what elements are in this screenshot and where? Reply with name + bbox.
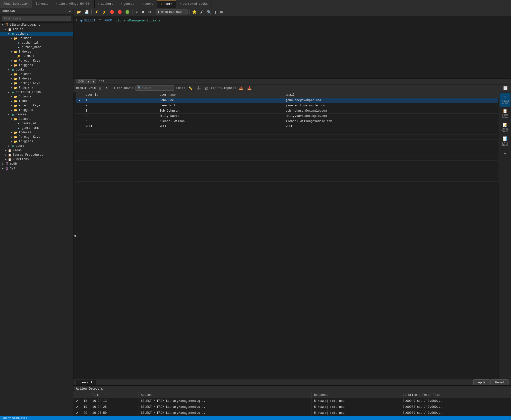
table-row[interactable]: 4Emily Davisemily.davis@example.com bbox=[76, 114, 498, 119]
result-wrap-btn[interactable]: ⬜ bbox=[502, 86, 509, 91]
toolbar-commit-btn[interactable]: ✔ bbox=[134, 9, 139, 15]
toolbar-grid-btn[interactable]: ⊞ bbox=[219, 9, 224, 15]
result-tab-users1[interactable]: users 1 bbox=[76, 380, 96, 385]
sidebar-item-genre_id[interactable]: ◆genre_id bbox=[0, 121, 73, 126]
sidebar-item-borrowed-fk[interactable]: ▶📂Foreign Keys bbox=[0, 103, 73, 108]
sidebar-item-borrowed-triggers[interactable]: ▶📂Triggers bbox=[0, 108, 73, 112]
tab-librarymgt[interactable]: ⚡ LibraryMngt_HW_04* bbox=[52, 0, 94, 8]
zoom-up-btn[interactable]: ▲ bbox=[86, 80, 91, 83]
sidebar-item-genres-cols[interactable]: ▼📂Columns bbox=[0, 117, 73, 121]
toolbar-execute-current-btn[interactable]: ⚡ bbox=[101, 9, 108, 15]
toolbar-search-btn[interactable]: 🔍 bbox=[206, 9, 212, 15]
table-row[interactable]: 2Jane Smithjane.smith@example.com bbox=[76, 103, 498, 108]
sidebar-item-books-fk[interactable]: ▶📂Foreign Keys bbox=[0, 81, 73, 85]
sidebar-item-borrowed_books[interactable]: ▶▦borrowed_books bbox=[0, 90, 73, 94]
sidebar-item-author_id[interactable]: ◆author_id bbox=[0, 41, 73, 45]
tree-label-author_id: author_id bbox=[22, 41, 38, 45]
tree-icon-genres: ▦ bbox=[10, 113, 15, 116]
empty-cell bbox=[157, 155, 283, 161]
tab-authors[interactable]: ⚡ authors bbox=[95, 0, 117, 8]
tab-users[interactable]: ⚡ users bbox=[157, 0, 176, 8]
sidebar-item-stored-procs[interactable]: ▶📋Stored Procedures bbox=[0, 153, 73, 157]
zoom-value[interactable]: 100% bbox=[76, 80, 86, 83]
toolbar-star-btn[interactable]: ⭐ bbox=[191, 9, 198, 15]
sidebar-item-functions[interactable]: ▶📋Functions bbox=[0, 157, 73, 162]
tab-authors-label: authors bbox=[101, 2, 113, 6]
table-row[interactable]: 3Bob Johnsonbob.johnson@example.com bbox=[76, 108, 498, 114]
toolbar-execute-btn[interactable]: ⚡ bbox=[93, 9, 100, 15]
table-row[interactable]: 5Michael Wilsonmichael.wilson@example.co… bbox=[76, 119, 498, 124]
sidebar-item-author_name[interactable]: ◆author_name bbox=[0, 45, 73, 50]
tab-genres[interactable]: ⚡ genres bbox=[117, 0, 138, 8]
limit-select[interactable]: Limit to 1000 rows Limit to 500 rows Don… bbox=[156, 9, 188, 14]
tab-books[interactable]: ⚡ books bbox=[138, 0, 157, 8]
sidebar-item-genres[interactable]: ▼▦genres bbox=[0, 112, 73, 117]
editor-area[interactable]: 1 SELECT * FROM LibraryManagement.users; bbox=[73, 16, 511, 78]
col-header-user-name[interactable]: user_name bbox=[157, 92, 283, 98]
export-btn[interactable]: 📤 bbox=[238, 86, 244, 91]
sidebar-item-libmgmt[interactable]: ▼🗄LibraryManagement bbox=[0, 23, 73, 27]
result-grid-icon-btn[interactable]: ⊞ bbox=[98, 86, 103, 91]
tab-schemas[interactable]: Schemas bbox=[32, 0, 52, 8]
sidebar-item-authors[interactable]: ▼▦authors bbox=[0, 32, 73, 36]
filter-search-input[interactable] bbox=[142, 86, 172, 90]
sidebar-refresh-icon[interactable]: ⇄ bbox=[69, 9, 71, 13]
toolbar-settings-btn[interactable]: ⚙ bbox=[147, 9, 153, 15]
row-indicator-5 bbox=[76, 124, 83, 129]
edit-delete-btn[interactable]: 🗑 bbox=[204, 86, 209, 91]
side-panel-more[interactable]: ⌄ bbox=[500, 149, 511, 157]
toolbar-format-btn[interactable]: ¶ bbox=[213, 9, 218, 15]
sidebar-item-books-triggers[interactable]: ▶📂Triggers bbox=[0, 85, 73, 90]
toolbar-brush-btn[interactable]: 🖌 bbox=[199, 9, 205, 15]
sidebar-item-authors-fk[interactable]: ▶📂Foreign Keys bbox=[0, 59, 73, 63]
result-refresh-btn[interactable]: ↻ bbox=[105, 86, 110, 91]
sidebar-item-tables[interactable]: ▼📋Tables bbox=[0, 27, 73, 32]
table-row[interactable]: ▶1John Doejohn.doe@example.com bbox=[76, 98, 498, 103]
sidebar-item-genres-triggers[interactable]: ▶📂Triggers bbox=[0, 139, 73, 144]
edit-add-btn[interactable]: ➕ bbox=[195, 86, 202, 91]
tab-administration[interactable]: Administration bbox=[0, 0, 32, 8]
sidebar-item-views[interactable]: ▶📋Views bbox=[0, 148, 73, 153]
result-grid-container[interactable]: user_id user_name email ▶1John Doejohn.d… bbox=[76, 92, 499, 379]
edit-pencil-btn[interactable]: ✏️ bbox=[187, 86, 193, 91]
toolbar-open-btn[interactable]: 📂 bbox=[75, 9, 82, 15]
side-panel-query-stats[interactable]: 📊 QueryStats bbox=[500, 135, 511, 148]
sidebar-item-genres-fk[interactable]: ▶📂Foreign Keys bbox=[0, 135, 73, 139]
toolbar-visual-btn[interactable]: 🟢 bbox=[124, 9, 131, 15]
toolbar-stop-btn[interactable]: ⛔ bbox=[109, 9, 115, 15]
sidebar-item-books[interactable]: ▶▦books bbox=[0, 68, 73, 72]
side-panel-field-types[interactable]: 📝 FieldTypes bbox=[500, 121, 511, 135]
col-header-user-id[interactable]: user_id bbox=[83, 92, 157, 98]
import-btn[interactable]: 📥 bbox=[246, 86, 253, 91]
side-panel-result-grid[interactable]: ⊞ ResultGrid bbox=[500, 93, 511, 107]
sidebar-item-authors-primary[interactable]: 🔑PRIMARY bbox=[0, 54, 73, 59]
action-output-sort-icon[interactable]: ⇅ bbox=[101, 387, 103, 391]
col-header-email[interactable]: email bbox=[283, 92, 498, 98]
sidebar-item-books-cols[interactable]: ▶📂Columns bbox=[0, 72, 73, 76]
expand-arrow[interactable]: ◀ bbox=[73, 233, 76, 238]
sidebar-item-users[interactable]: ▶▦users bbox=[0, 144, 73, 148]
revert-button[interactable]: Revert bbox=[490, 379, 509, 385]
sidebar-item-authors-triggers[interactable]: ▶📂Triggers bbox=[0, 63, 73, 68]
sidebar-filter-input[interactable] bbox=[2, 16, 71, 21]
zoom-down-btn[interactable]: ▼ bbox=[91, 80, 96, 83]
sidebar-item-genres-indexes[interactable]: ▶📂Indexes bbox=[0, 130, 73, 135]
apply-button[interactable]: Apply bbox=[473, 379, 490, 385]
sidebar-item-authors-cols[interactable]: ▼📂Columns bbox=[0, 36, 73, 41]
sidebar-item-genre_name[interactable]: ◆genre_name bbox=[0, 126, 73, 130]
toolbar-save-btn[interactable]: 💾 bbox=[83, 9, 90, 15]
sidebar-item-borrowed-indexes[interactable]: ▶📂Indexes bbox=[0, 99, 73, 103]
sidebar-item-books-indexes[interactable]: ▶📂Indexes bbox=[0, 76, 73, 81]
toolbar-rollback-btn[interactable]: ✖ bbox=[140, 9, 146, 15]
editor-content[interactable]: SELECT * FROM LibraryManagement.users; bbox=[80, 18, 509, 76]
sidebar-item-authors-indexes[interactable]: ▼📂Indexes bbox=[0, 50, 73, 54]
main-layout: SCHEMAS ⇄ ▼🗄LibraryManagement▼📋Tables▼▦a… bbox=[0, 8, 511, 416]
sidebar-item-mydb[interactable]: ▶🗄mydb bbox=[0, 162, 73, 166]
toolbar-explain-btn[interactable]: 🔴 bbox=[116, 9, 123, 15]
side-panel-form-editor[interactable]: 📋 FormEditor bbox=[500, 107, 511, 121]
sidebar-item-borrowed-cols[interactable]: ▶📂Columns bbox=[0, 94, 73, 99]
table-row[interactable]: NULLNULLNULL bbox=[76, 124, 498, 129]
side-panel: ⊞ ResultGrid 📋 FormEditor 📝 FieldTypes 📊… bbox=[499, 92, 511, 379]
sidebar-item-sys[interactable]: ▶🗄sys bbox=[0, 166, 73, 171]
tab-borrowed-books[interactable]: ⚡ borrowed_books bbox=[176, 0, 211, 8]
